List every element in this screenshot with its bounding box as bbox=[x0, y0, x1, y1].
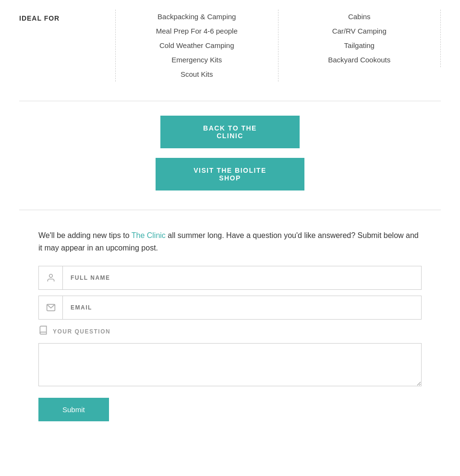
visit-shop-button[interactable]: VISIT THE BIOLITE SHOP bbox=[156, 158, 304, 190]
clinic-link[interactable]: The Clinic bbox=[132, 231, 166, 239]
form-section: We'll be adding new tips to The Clinic a… bbox=[0, 225, 460, 440]
question-textarea[interactable] bbox=[38, 343, 422, 386]
ideal-for-col2: Cabins Car/RV Camping Tailgating Backyar… bbox=[278, 10, 441, 67]
back-to-clinic-button[interactable]: BACK TO THE CLINIC bbox=[160, 116, 300, 148]
buttons-section: BACK TO THE CLINIC VISIT THE BIOLITE SHO… bbox=[0, 101, 460, 205]
question-label-row: YOUR QUESTION bbox=[38, 325, 422, 337]
full-name-field bbox=[38, 266, 422, 290]
email-field bbox=[38, 296, 422, 320]
ideal-for-item-9: Backyard Cookouts bbox=[288, 53, 431, 67]
ideal-for-item-7: Car/RV Camping bbox=[288, 24, 431, 38]
full-name-input[interactable] bbox=[63, 268, 421, 288]
ideal-for-col1: Backpacking & Camping Meal Prep For 4-6 … bbox=[115, 10, 278, 82]
submit-button[interactable]: Submit bbox=[38, 398, 109, 421]
book-icon bbox=[38, 325, 48, 337]
ideal-for-section: IDEAL FOR Backpacking & Camping Meal Pre… bbox=[19, 0, 441, 101]
person-icon bbox=[39, 266, 63, 289]
ideal-for-item-4: Emergency Kits bbox=[125, 53, 268, 67]
ideal-for-item-5: Scout Kits bbox=[125, 67, 268, 82]
ideal-for-label: IDEAL FOR bbox=[19, 10, 115, 22]
email-input[interactable] bbox=[63, 298, 421, 318]
ideal-for-item-6: Cabins bbox=[288, 10, 431, 24]
form-intro: We'll be adding new tips to The Clinic a… bbox=[38, 229, 422, 254]
svg-point-0 bbox=[49, 274, 52, 278]
ideal-for-item-2: Meal Prep For 4-6 people bbox=[125, 24, 268, 38]
email-icon bbox=[39, 296, 63, 319]
ideal-for-item-3: Cold Weather Camping bbox=[125, 38, 268, 53]
page-wrapper: IDEAL FOR Backpacking & Camping Meal Pre… bbox=[0, 0, 460, 440]
ideal-for-item-8: Tailgating bbox=[288, 38, 431, 53]
question-label-text: YOUR QUESTION bbox=[53, 328, 110, 335]
ideal-for-item-1: Backpacking & Camping bbox=[125, 10, 268, 24]
section-divider bbox=[19, 210, 441, 210]
intro-text-before: We'll be adding new tips to bbox=[38, 231, 132, 239]
